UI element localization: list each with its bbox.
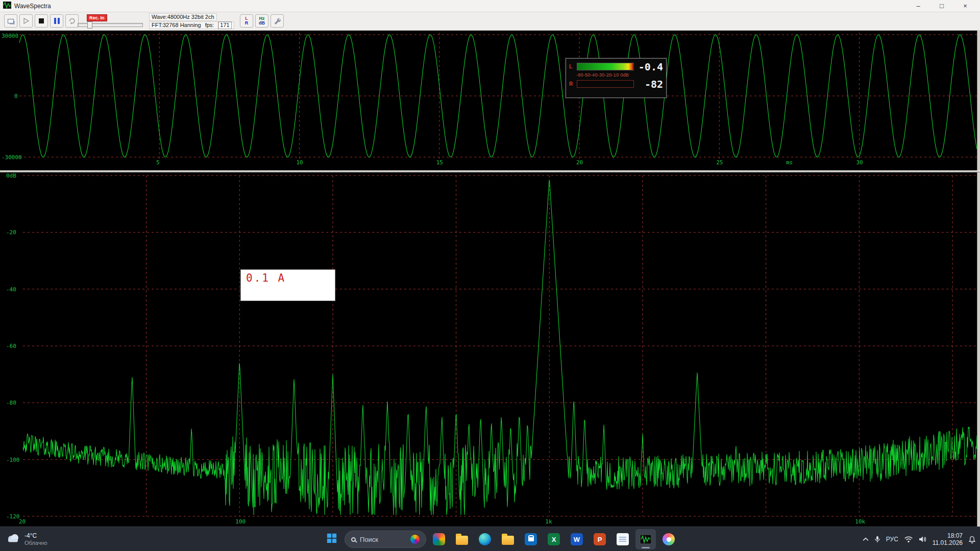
r-channel-label: R bbox=[245, 21, 249, 26]
meter-l-value: -0.4 bbox=[636, 62, 663, 72]
channel-lr-button[interactable]: L R bbox=[240, 14, 253, 28]
app-icon bbox=[3, 2, 11, 11]
folder-icon bbox=[502, 536, 514, 545]
taskbar-app-folder[interactable] bbox=[498, 529, 518, 549]
svg-text:-40: -40 bbox=[6, 286, 16, 293]
microphone-tray-button[interactable] bbox=[874, 536, 880, 543]
meter-l-bar bbox=[577, 63, 634, 70]
window-right-border bbox=[977, 31, 980, 527]
svg-text:15: 15 bbox=[436, 159, 443, 166]
powerpoint-icon: P bbox=[594, 533, 606, 545]
store-icon bbox=[525, 533, 537, 545]
db-label: dB bbox=[259, 21, 265, 26]
svg-text:-60: -60 bbox=[6, 343, 16, 349]
paint-icon bbox=[663, 533, 675, 545]
taskbar-app-word[interactable]: W bbox=[567, 529, 587, 549]
audio-info: Wave:48000Hz 32bit 2ch FFT:32768 Hanning… bbox=[149, 13, 234, 30]
system-tray: РУС 18:07 11.01.2026 bbox=[863, 527, 976, 551]
excel-icon: X bbox=[548, 533, 560, 545]
minimize-button[interactable]: – bbox=[906, 0, 930, 12]
search-placeholder: Поиск bbox=[360, 536, 378, 543]
slider-thumb[interactable] bbox=[87, 21, 92, 29]
taskbar-app-wavespectra[interactable] bbox=[635, 529, 656, 549]
volume-tray-button[interactable] bbox=[919, 536, 927, 543]
svg-text:20: 20 bbox=[19, 518, 26, 525]
file-button[interactable] bbox=[4, 14, 17, 28]
svg-text:20: 20 bbox=[576, 159, 583, 166]
search-box[interactable]: Поиск bbox=[345, 531, 426, 548]
svg-text:-120: -120 bbox=[6, 513, 20, 520]
weather-temp: -4°C bbox=[24, 532, 47, 539]
svg-text:-20: -20 bbox=[6, 229, 16, 236]
chevron-up-icon bbox=[863, 537, 869, 541]
clock-date: 11.01.2026 bbox=[933, 539, 963, 546]
svg-text:-30000: -30000 bbox=[2, 154, 22, 161]
wrench-icon bbox=[274, 17, 281, 24]
notifications-button[interactable] bbox=[968, 536, 976, 543]
svg-text:1k: 1k bbox=[545, 518, 552, 525]
taskbar-app-file-explorer[interactable] bbox=[452, 529, 472, 549]
weather-condition: Облачно bbox=[24, 539, 47, 546]
axis-units-button[interactable]: Hz dB bbox=[255, 14, 268, 28]
taskbar-app-store[interactable] bbox=[521, 529, 541, 549]
taskbar-app-notepad[interactable] bbox=[612, 529, 633, 549]
position-slider[interactable] bbox=[78, 23, 143, 27]
fft-info: FFT:32768 Hanning bbox=[152, 22, 201, 29]
spectrum-panel: 0dB-20-40-60-80-100-120201001k10k 0.1 A bbox=[0, 172, 980, 527]
tray-chevron-button[interactable] bbox=[863, 537, 869, 541]
panel-splitter[interactable] bbox=[0, 170, 980, 172]
svg-text:30000: 30000 bbox=[2, 33, 18, 39]
clock[interactable]: 18:07 11.01.2026 bbox=[933, 532, 963, 546]
search-icon bbox=[351, 537, 356, 542]
toolbar: Rec. In Wave:48000Hz 32bit 2ch FFT:32768… bbox=[0, 12, 980, 31]
svg-text:-100: -100 bbox=[6, 457, 20, 463]
wifi-icon bbox=[904, 536, 913, 543]
maximize-button[interactable]: □ bbox=[930, 0, 953, 12]
svg-text:100: 100 bbox=[235, 518, 246, 525]
taskbar-app-paint[interactable] bbox=[658, 529, 679, 549]
pause-button[interactable] bbox=[50, 14, 63, 28]
file-explorer-icon bbox=[456, 536, 468, 545]
clock-time: 18:07 bbox=[933, 532, 963, 539]
wave-info: Wave:48000Hz 32bit 2ch bbox=[149, 13, 217, 21]
meter-r-bar bbox=[577, 80, 634, 88]
wifi-tray-button[interactable] bbox=[904, 536, 913, 543]
taskbar-app-powerpoint[interactable]: P bbox=[590, 529, 610, 549]
waveform-chart: 51015202530300000-30000ms bbox=[0, 31, 980, 170]
start-button[interactable] bbox=[322, 529, 342, 549]
word-icon: W bbox=[571, 533, 583, 545]
titlebar: WaveSpectra – □ × bbox=[0, 0, 980, 12]
meter-l-label: L bbox=[569, 64, 574, 69]
settings-button[interactable] bbox=[271, 14, 284, 28]
stop-icon bbox=[39, 18, 44, 23]
meter-l-fill bbox=[577, 63, 633, 70]
taskbar-app-photos[interactable] bbox=[429, 529, 449, 549]
taskbar-center: Поиск XWP bbox=[322, 527, 679, 551]
svg-text:10k: 10k bbox=[855, 518, 865, 525]
svg-text:25: 25 bbox=[716, 159, 723, 166]
language-indicator[interactable]: РУС bbox=[886, 536, 898, 543]
play-button[interactable] bbox=[19, 14, 33, 28]
close-button[interactable]: × bbox=[953, 0, 977, 12]
meter-r-label: R bbox=[569, 81, 574, 87]
bell-icon bbox=[968, 536, 976, 543]
rec-in-badge: Rec. In bbox=[87, 14, 107, 21]
file-icon bbox=[8, 19, 14, 23]
edge-icon bbox=[479, 533, 491, 545]
taskbar-app-excel[interactable]: X bbox=[544, 529, 564, 549]
loop-button[interactable] bbox=[65, 14, 79, 28]
photos-icon bbox=[433, 533, 445, 545]
taskbar-app-edge[interactable] bbox=[475, 529, 495, 549]
wavespectra-window: WaveSpectra – □ × Rec. In Wave:48000Hz 3… bbox=[0, 0, 980, 527]
fps-label: fps: bbox=[205, 22, 214, 29]
spectrum-chart: 0dB-20-40-60-80-100-120201001k10k bbox=[0, 172, 980, 527]
search-highlights-icon bbox=[410, 535, 420, 544]
stop-button[interactable] bbox=[35, 14, 48, 28]
weather-widget[interactable]: -4°C Облачно bbox=[5, 527, 47, 551]
meter-r-value: -82 bbox=[636, 79, 663, 89]
microphone-icon bbox=[874, 536, 880, 543]
svg-text:ms: ms bbox=[786, 159, 793, 166]
svg-text:0: 0 bbox=[14, 93, 18, 99]
svg-text:30: 30 bbox=[856, 159, 863, 166]
loop-icon bbox=[68, 17, 76, 24]
